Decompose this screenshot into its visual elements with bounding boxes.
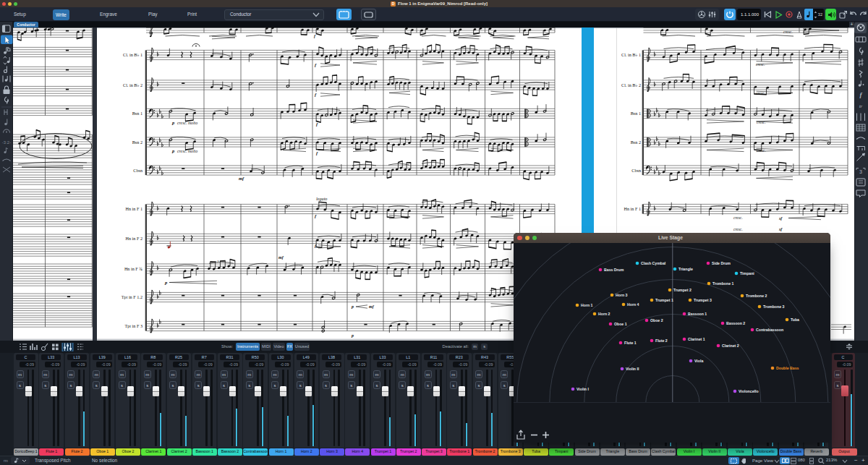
svg-text:p: p [351,333,354,338]
svg-text:Trumpet 1: Trumpet 1 [655,298,673,302]
svg-text:cresc.: cresc. [756,91,765,95]
svg-text:Clash Cymbal: Clash Cymbal [641,261,666,265]
svg-text:Cbsn: Cbsn [631,168,641,173]
svg-text:Tuba: Tuba [791,317,799,322]
svg-text:Tpt in F 3: Tpt in F 3 [124,323,142,328]
svg-text:Cl. in B♭ 2: Cl. in B♭ 2 [123,82,142,88]
svg-text:Viola: Viola [694,359,703,363]
svg-text:Hn in F 1: Hn in F 1 [125,206,142,211]
svg-text:cresc.: cresc. [757,148,766,153]
svg-text:Side Drum: Side Drum [712,261,731,265]
svg-text:mf: mf [278,255,284,260]
svg-text:Hn in F ¾: Hn in F ¾ [124,266,142,271]
svg-text:Bsn 2: Bsn 2 [631,140,641,145]
svg-text:-3:2-: -3:2- [2,140,11,145]
svg-text:Cbsn: Cbsn [133,168,142,173]
svg-text:Clarinet 1: Clarinet 1 [688,337,705,341]
svg-text:Cl. in B♭ 1: Cl. in B♭ 1 [123,52,142,57]
svg-text:Tpt in F 1.2: Tpt in F 1.2 [122,294,142,299]
svg-text:Trombone 1: Trombone 1 [712,281,734,286]
svg-text:Bassoon 2: Bassoon 2 [726,321,745,325]
svg-text:p: p [351,304,354,309]
svg-text:Flute 1: Flute 1 [624,341,637,345]
svg-text:Horn 2: Horn 2 [598,312,610,316]
svg-text:Trumpet 3: Trumpet 3 [694,298,712,302]
svg-text:3: 3 [859,169,862,174]
svg-text:Bassoon 1: Bassoon 1 [688,312,707,316]
svg-text:Bsn 1: Bsn 1 [132,111,142,116]
svg-text:Double Bass: Double Bass [776,366,799,370]
svg-text:Horn 3: Horn 3 [616,293,628,297]
svg-text:mf: mf [239,176,244,181]
svg-text:Clarinet 2: Clarinet 2 [722,344,739,348]
svg-text:legato: legato [316,196,327,201]
svg-text:Violoncello: Violoncello [739,389,759,393]
svg-text:Hn in F 1: Hn in F 1 [624,206,641,211]
svg-text:Trumpet 2: Trumpet 2 [673,288,692,292]
svg-text:Violin II: Violin II [626,367,639,371]
svg-text:cresc.: cresc. [733,216,743,220]
svg-text:tr: tr [859,103,863,109]
svg-text:cresc.: cresc. [733,227,743,231]
svg-text:mf: mf [369,304,375,309]
svg-text:Hn in F 2: Hn in F 2 [125,236,142,241]
svg-text:Oboe 2: Oboe 2 [650,318,663,323]
svg-text:a 2: a 2 [215,260,219,263]
svg-text:Trombone 3: Trombone 3 [763,304,785,309]
svg-text:Flute 2: Flute 2 [655,338,668,343]
svg-text:cresc.: cresc. [783,30,793,34]
svg-text:Trombone 2: Trombone 2 [746,294,767,298]
svg-text:Cl. in B♭ 2: Cl. in B♭ 2 [621,82,641,88]
svg-text:f: f [860,91,863,98]
svg-text:cresc. molto: cresc. molto [177,121,197,125]
svg-text:Horn 1: Horn 1 [581,303,593,307]
svg-text:Cl. in B♭ 1: Cl. in B♭ 1 [621,52,641,57]
svg-text:cresc.: cresc. [756,62,765,67]
svg-text:Contrabassoon: Contrabassoon [756,328,783,332]
svg-text:Timpani: Timpani [740,271,754,276]
svg-text:Violin I: Violin I [576,387,589,391]
svg-text:Triangle: Triangle [678,267,693,271]
svg-text:Bsn 1: Bsn 1 [631,111,641,116]
svg-text:cresc.: cresc. [757,120,766,124]
svg-text:Oboe 1: Oboe 1 [614,322,627,326]
svg-text:Horn 4: Horn 4 [627,302,639,307]
svg-text:Bsn 2: Bsn 2 [132,140,142,145]
svg-text:Bass Drum: Bass Drum [604,268,624,272]
svg-text:cresc. molto: cresc. molto [177,149,197,153]
